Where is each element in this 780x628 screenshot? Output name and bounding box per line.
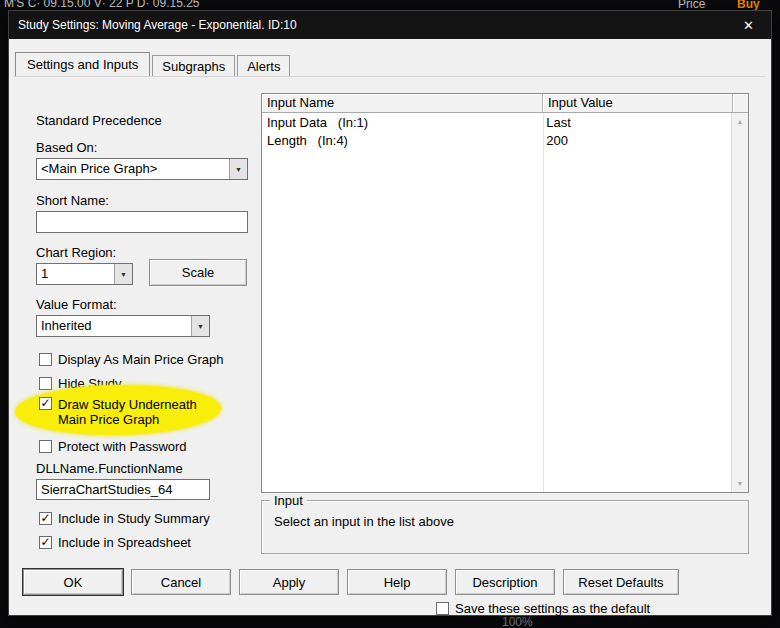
- checkbox-draw-study-underneath[interactable]: ✓ Draw Study Underneath Main Price Graph: [39, 397, 221, 427]
- ok-button[interactable]: OK: [23, 569, 123, 595]
- zoom-level-fragment: 100%: [502, 615, 533, 628]
- short-name-input[interactable]: [36, 211, 248, 233]
- tab-alerts[interactable]: Alerts: [237, 55, 290, 76]
- checkbox-box: ✓: [39, 536, 52, 549]
- scroll-down-icon[interactable]: ▼: [737, 475, 744, 492]
- input-groupbox: Input Select an input in the list above: [261, 500, 749, 554]
- checkbox-box: [436, 602, 449, 615]
- checkbox-label: Display As Main Price Graph: [58, 352, 223, 367]
- based-on-value: <Main Price Graph>: [37, 159, 229, 179]
- tab-subgraphs[interactable]: Subgraphs: [152, 55, 235, 76]
- description-button[interactable]: Description: [455, 569, 555, 595]
- checkbox-box: [39, 440, 52, 453]
- dialog-titlebar[interactable]: Study Settings: Moving Average - Exponen…: [9, 11, 771, 39]
- checkbox-protect-with-password[interactable]: Protect with Password: [39, 439, 187, 454]
- scroll-up-icon[interactable]: ▲: [737, 113, 744, 130]
- value-format-select[interactable]: Inherited ▼: [36, 315, 210, 337]
- based-on-select[interactable]: <Main Price Graph> ▼: [36, 158, 248, 180]
- standard-precedence-label: Standard Precedence: [36, 113, 162, 128]
- scale-button[interactable]: Scale: [149, 259, 247, 286]
- table-row-input-data[interactable]: Input Data (In:1) Last: [262, 115, 730, 133]
- inputs-table[interactable]: Input Name Input Value Input Data (In:1)…: [261, 93, 749, 493]
- table-scrollbar[interactable]: ▲ ▼: [731, 113, 748, 492]
- based-on-label: Based On:: [36, 140, 97, 155]
- close-icon: ✕: [743, 18, 754, 33]
- cancel-button[interactable]: Cancel: [131, 569, 231, 595]
- input-groupbox-message: Select an input in the list above: [274, 514, 454, 529]
- dll-function-name-label: DLLName.FunctionName: [36, 461, 183, 476]
- column-header-filler: [733, 94, 748, 112]
- checkbox-save-settings-as-default[interactable]: Save these settings as the default: [436, 601, 650, 616]
- checkbox-box: ✓: [39, 512, 52, 525]
- checkbox-label: Include in Study Summary: [58, 511, 210, 526]
- input-value-cell: Last: [541, 115, 730, 133]
- checkbox-label: Protect with Password: [58, 439, 187, 454]
- table-row-length[interactable]: Length (In:4) 200: [262, 133, 730, 151]
- input-name-cell: Input Data (In:1): [262, 115, 541, 133]
- checkbox-box: [39, 377, 52, 390]
- dll-function-name-input[interactable]: [36, 479, 210, 500]
- checkbox-label: Include in Spreadsheet: [58, 535, 191, 550]
- inputs-table-header: Input Name Input Value: [262, 94, 748, 113]
- checkbox-box: [39, 353, 52, 366]
- dropdown-arrow-icon[interactable]: ▼: [114, 264, 132, 284]
- chart-region-value: 1: [37, 264, 114, 284]
- checkbox-display-as-main-price-graph[interactable]: Display As Main Price Graph: [39, 352, 223, 367]
- study-settings-dialog: Study Settings: Moving Average - Exponen…: [8, 10, 772, 616]
- chart-region-label: Chart Region:: [36, 245, 116, 260]
- reset-defaults-button[interactable]: Reset Defaults: [563, 569, 679, 595]
- dialog-title: Study Settings: Moving Average - Exponen…: [9, 18, 297, 32]
- column-header-input-value[interactable]: Input Value: [543, 94, 733, 112]
- value-format-label: Value Format:: [36, 297, 117, 312]
- tab-bar: Settings and Inputs Subgraphs Alerts: [15, 52, 292, 76]
- chart-header-fragment: M'S C· 09.15.00 V· 22 P D· 09.15.25: [4, 0, 200, 10]
- short-name-label: Short Name:: [36, 193, 109, 208]
- input-groupbox-title: Input: [270, 493, 307, 508]
- tab-divider: [14, 76, 766, 77]
- help-button[interactable]: Help: [347, 569, 447, 595]
- dropdown-arrow-icon[interactable]: ▼: [191, 316, 209, 336]
- checkbox-include-in-spreadsheet[interactable]: ✓ Include in Spreadsheet: [39, 535, 191, 550]
- checkbox-box: ✓: [39, 397, 52, 410]
- close-button[interactable]: ✕: [726, 11, 771, 39]
- column-divider: [543, 113, 544, 492]
- apply-button[interactable]: Apply: [239, 569, 339, 595]
- checkbox-label: Save these settings as the default: [455, 601, 650, 616]
- chart-region-select[interactable]: 1 ▼: [36, 263, 133, 285]
- tab-settings-and-inputs[interactable]: Settings and Inputs: [15, 52, 150, 76]
- column-header-input-name[interactable]: Input Name: [262, 94, 543, 112]
- input-name-cell: Length (In:4): [262, 133, 541, 151]
- dropdown-arrow-icon[interactable]: ▼: [229, 159, 247, 179]
- checkbox-label: Draw Study Underneath Main Price Graph: [58, 397, 221, 427]
- value-format-value: Inherited: [37, 316, 191, 336]
- input-value-cell: 200: [541, 133, 730, 151]
- checkbox-include-in-study-summary[interactable]: ✓ Include in Study Summary: [39, 511, 210, 526]
